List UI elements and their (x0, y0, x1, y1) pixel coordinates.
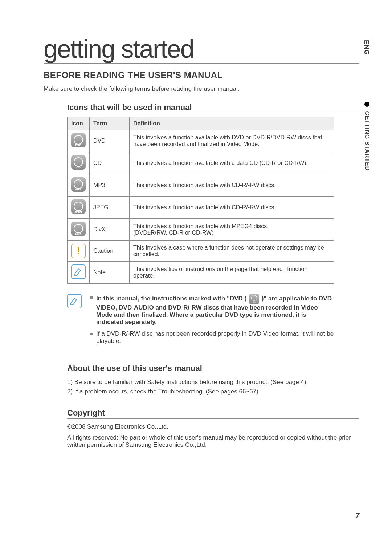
term-cell: CD (90, 152, 130, 174)
th-icon: Icon (68, 117, 90, 130)
copyright-body: ©2008 Samsung Electronics Co.,Ltd. All r… (67, 423, 359, 449)
table-row: ! Caution This involves a case where a f… (68, 241, 334, 262)
term-cell: MP3 (90, 174, 130, 197)
heading-before-reading: BEFORE READING THE USER'S MANUAL (44, 70, 359, 80)
definition-cell: This involves a function available with … (130, 174, 334, 197)
term-cell: DVD (90, 130, 130, 152)
copyright-line: All rights reserved; No part or whole of… (67, 434, 359, 449)
heading-icons: Icons that will be used in manual (67, 103, 359, 113)
table-row: MP3 MP3 This involves a function availab… (68, 174, 334, 197)
icons-table: Icon Term Definition DVD DVD This involv… (67, 117, 334, 284)
definition-cell: This involves a function available with … (130, 219, 334, 241)
list-item: 1) Be sure to be familiar with Safety In… (67, 379, 359, 386)
term-cell: Caution (90, 241, 130, 262)
cd-icon: CD (71, 155, 86, 170)
term-cell: DivX (90, 219, 130, 241)
definition-cell: This involves a function available with … (130, 130, 334, 152)
note-icon (67, 294, 82, 308)
bullet-icon (364, 102, 369, 107)
section-tab: GETTING STARTED (364, 102, 370, 171)
icon-label: DVD (249, 302, 259, 304)
note-item: If a DVD-R/-RW disc has not been recorde… (90, 330, 334, 345)
term-cell: Note (90, 262, 130, 284)
note-item: In this manual, the instructions marked … (90, 294, 334, 326)
icon-label: DivX (71, 232, 86, 235)
caution-icon: ! (71, 244, 86, 258)
table-row: DivX DivX This involves a function avail… (68, 219, 334, 241)
dvd-icon: DVD (71, 133, 86, 147)
th-term: Term (90, 117, 130, 130)
table-row: JPEG JPEG This involves a function avail… (68, 197, 334, 219)
icon-label: DVD (71, 143, 86, 147)
mp3-icon: MP3 (71, 177, 86, 192)
definition-cell: This involves tips or instructions on th… (130, 262, 334, 284)
table-row: Note This involves tips or instructions … (68, 262, 334, 284)
definition-cell: This involves a function available with … (130, 152, 334, 174)
divx-icon: DivX (71, 222, 86, 236)
heading-about: About the use of this user's manual (67, 364, 359, 374)
language-tab: ENG (363, 40, 370, 55)
definition-cell: This involves a function available with … (130, 197, 334, 219)
list-item: 2) If a problem occurs, check the Troubl… (67, 388, 359, 395)
table-row: DVD DVD This involves a function availab… (68, 130, 334, 152)
term-cell: JPEG (90, 197, 130, 219)
heading-copyright: Copyright (67, 408, 359, 419)
jpeg-icon: JPEG (71, 199, 86, 214)
icon-label: JPEG (71, 210, 86, 213)
table-row: CD CD This involves a function available… (68, 152, 334, 174)
about-list: 1) Be sure to be familiar with Safety In… (67, 379, 359, 395)
intro-text: Make sure to check the following terms b… (44, 85, 359, 93)
icon-label: CD (71, 166, 86, 169)
note-icon (71, 264, 86, 279)
dvd-inline-icon: DVD (249, 294, 259, 304)
notes-block: In this manual, the instructions marked … (67, 294, 334, 349)
icon-label: MP3 (71, 188, 86, 191)
copyright-line: ©2008 Samsung Electronics Co.,Ltd. (67, 423, 359, 430)
note-text: In this manual, the instructions marked … (96, 295, 246, 302)
page-number: 7 (355, 512, 359, 520)
definition-cell: This involves a case where a function do… (130, 241, 334, 262)
note-text: If a DVD-R/-RW disc has not been recorde… (96, 330, 334, 344)
page-title: getting started (44, 36, 359, 64)
th-definition: Definition (130, 117, 334, 130)
manual-page: ENG GETTING STARTED getting started BEFO… (0, 0, 392, 542)
section-tab-label: GETTING STARTED (364, 111, 370, 171)
